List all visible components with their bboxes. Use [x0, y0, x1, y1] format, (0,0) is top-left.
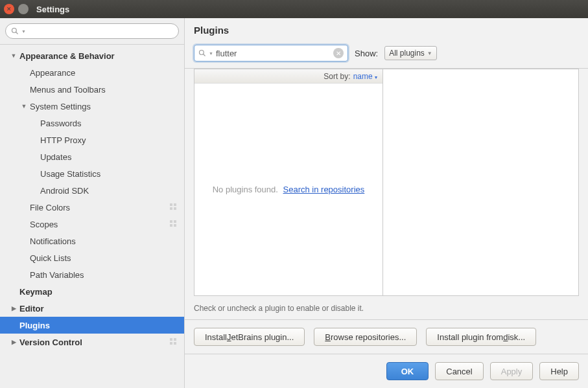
tree-item-label: Usage Statistics	[0, 169, 184, 179]
tree-item-label: HTTP Proxy	[0, 135, 184, 145]
tree-item-keymap[interactable]: Keymap	[0, 283, 184, 300]
window-close-button[interactable]: ✕	[4, 4, 14, 14]
tree-item-menus-and-toolbars[interactable]: Menus and Toolbars	[0, 81, 184, 98]
search-repositories-link[interactable]: Search in repositories	[283, 185, 365, 194]
content: ▼ ▼Appearance & BehaviorAppearanceMenus …	[0, 18, 588, 388]
dialog-footer: OK Cancel Apply Help	[185, 354, 588, 388]
tree-item-label: Passwords	[0, 119, 184, 128]
svg-rect-2	[170, 203, 172, 206]
help-button[interactable]: Help	[539, 362, 579, 380]
tree-item-http-proxy[interactable]: HTTP Proxy	[0, 131, 184, 148]
plugin-search-box[interactable]: ▼ ✕	[194, 45, 348, 62]
filter-row: ▼ ✕ Show: All plugins ▼	[185, 40, 588, 69]
tree-item-label: Editor	[0, 304, 184, 314]
plugin-area: Sort by: name ▾ No plugins found. Search…	[185, 69, 588, 301]
search-icon	[11, 27, 19, 35]
tree-item-label: Path Variables	[0, 270, 184, 280]
tree-item-appearance-behavior[interactable]: ▼Appearance & Behavior	[0, 47, 184, 64]
tree-item-appearance[interactable]: Appearance	[0, 64, 184, 81]
install-from-disk-button[interactable]: Install plugin from disk...	[426, 328, 536, 346]
tree-item-notifications[interactable]: Notifications	[0, 233, 184, 249]
tree-item-label: Version Control	[0, 337, 184, 347]
tree-item-quick-lists[interactable]: Quick Lists	[0, 249, 184, 266]
main-panel: Plugins ▼ ✕ Show: All plugins ▼ Sort by:…	[185, 18, 588, 388]
tree-item-system-settings[interactable]: ▼System Settings	[0, 98, 184, 115]
tree-item-plugins[interactable]: Plugins	[0, 317, 184, 334]
tree-item-file-colors[interactable]: File Colors	[0, 199, 184, 216]
svg-line-1	[16, 32, 18, 34]
sort-bar: Sort by: name ▾	[194, 69, 382, 84]
settings-tree[interactable]: ▼Appearance & BehaviorAppearanceMenus an…	[0, 45, 184, 388]
svg-rect-6	[170, 220, 172, 223]
tree-item-editor[interactable]: ▶Editor	[0, 300, 184, 317]
chevron-down-icon: ▼	[427, 51, 432, 56]
svg-rect-5	[174, 207, 176, 210]
sort-by-link[interactable]: name ▾	[353, 72, 377, 81]
apply-button[interactable]: Apply	[490, 362, 534, 380]
hint-text: Check or uncheck a plugin to enable or d…	[185, 301, 588, 320]
tree-item-usage-statistics[interactable]: Usage Statistics	[0, 165, 184, 182]
sidebar-search-box[interactable]: ▼	[5, 23, 179, 39]
tree-item-label: Keymap	[0, 287, 184, 297]
window-minimize-button[interactable]	[18, 4, 29, 14]
install-jetbrains-button[interactable]: Install JetBrains plugin...	[194, 328, 305, 346]
no-plugins-text: No plugins found.	[213, 185, 278, 194]
svg-point-14	[200, 51, 204, 55]
plugin-list-pane: Sort by: name ▾ No plugins found. Search…	[194, 69, 383, 296]
project-level-icon	[169, 202, 178, 211]
svg-rect-8	[170, 224, 172, 227]
svg-rect-9	[174, 224, 176, 227]
svg-rect-13	[174, 342, 176, 345]
show-combo[interactable]: All plugins ▼	[384, 46, 437, 60]
plugin-detail-pane	[383, 69, 579, 296]
browse-repositories-button[interactable]: Browse repositories...	[314, 328, 417, 346]
tree-item-label: System Settings	[0, 102, 184, 111]
tree-item-label: Updates	[0, 152, 184, 162]
tree-item-label: Quick Lists	[0, 253, 184, 263]
ok-button[interactable]: OK	[386, 362, 429, 380]
search-dropdown-caret[interactable]: ▼	[209, 51, 213, 56]
svg-rect-3	[174, 203, 176, 206]
clear-search-button[interactable]: ✕	[333, 48, 344, 58]
titlebar: ✕ Settings	[0, 0, 588, 18]
plugin-search-input[interactable]	[216, 49, 331, 58]
page-title: Plugins	[185, 18, 588, 40]
svg-point-0	[12, 29, 17, 33]
search-dropdown-caret[interactable]: ▼	[21, 29, 26, 34]
empty-message: No plugins found. Search in repositories	[194, 84, 382, 295]
svg-rect-4	[170, 207, 172, 210]
tree-item-updates[interactable]: Updates	[0, 148, 184, 165]
svg-rect-12	[170, 342, 172, 345]
plugin-actions: Install JetBrains plugin... Browse repos…	[185, 320, 588, 354]
sidebar-search-input[interactable]	[29, 27, 173, 36]
tree-item-label: Scopes	[0, 220, 184, 229]
tree-item-label: Android SDK	[0, 186, 184, 196]
svg-rect-11	[174, 338, 176, 341]
show-combo-value: All plugins	[389, 49, 425, 58]
tree-item-label: Plugins	[0, 321, 184, 330]
sidebar-search-wrap: ▼	[0, 18, 184, 45]
show-label: Show:	[355, 49, 378, 58]
tree-item-label: Appearance	[0, 68, 184, 78]
tree-item-label: Notifications	[0, 236, 184, 246]
tree-item-android-sdk[interactable]: Android SDK	[0, 182, 184, 199]
sort-label: Sort by:	[323, 72, 350, 81]
svg-rect-7	[174, 220, 176, 223]
svg-rect-10	[170, 338, 172, 341]
sidebar: ▼ ▼Appearance & BehaviorAppearanceMenus …	[0, 18, 185, 388]
project-level-icon	[169, 337, 178, 346]
tree-item-label: Appearance & Behavior	[0, 51, 184, 61]
search-icon	[198, 49, 206, 57]
tree-item-passwords[interactable]: Passwords	[0, 115, 184, 131]
svg-line-15	[204, 54, 206, 56]
tree-item-label: Menus and Toolbars	[0, 85, 184, 95]
tree-item-label: File Colors	[0, 203, 184, 212]
tree-item-path-variables[interactable]: Path Variables	[0, 266, 184, 283]
tree-item-version-control[interactable]: ▶Version Control	[0, 334, 184, 350]
cancel-button[interactable]: Cancel	[435, 362, 483, 380]
tree-item-scopes[interactable]: Scopes	[0, 216, 184, 233]
project-level-icon	[169, 219, 178, 228]
window-title: Settings	[36, 5, 69, 14]
